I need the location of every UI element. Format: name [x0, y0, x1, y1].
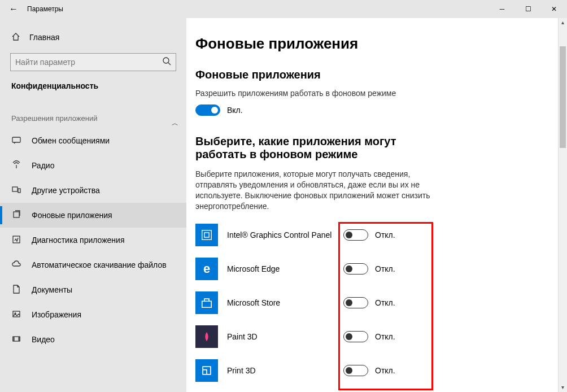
pictures-icon	[11, 310, 21, 320]
window-title: Параметры	[27, 5, 63, 13]
app-toggle-store[interactable]	[343, 297, 368, 308]
page-title: Фоновые приложения	[195, 35, 567, 53]
background-apps-icon	[11, 210, 21, 221]
app-toggle-label: Откл.	[375, 298, 395, 307]
app-toggle-intel-graphics[interactable]	[343, 229, 368, 241]
home-icon	[11, 32, 20, 43]
sidebar-item-messaging[interactable]: Обмен сообщениями	[0, 128, 186, 153]
app-row-store: Microsoft Store Откл.	[195, 286, 567, 320]
app-toggle-label: Откл.	[375, 332, 395, 341]
app-row-edge: e Microsoft Edge Откл.	[195, 252, 567, 286]
home-label: Главная	[29, 33, 59, 42]
category-title: Конфиденциальность	[0, 81, 186, 97]
video-icon	[11, 334, 21, 345]
cloud-download-icon	[11, 260, 21, 271]
sidebar-item-videos[interactable]: Видео	[0, 327, 186, 352]
maximize-button[interactable]: ☐	[515, 0, 541, 18]
sidebar-item-label: Автоматическое скачивание файлов	[32, 260, 167, 269]
diagnostics-icon	[11, 235, 21, 246]
radio-icon	[11, 160, 21, 171]
print3d-icon	[195, 359, 218, 382]
document-icon	[11, 285, 21, 295]
sidebar-item-label: Изображения	[32, 310, 81, 319]
sidebar-item-label: Обмен сообщениями	[32, 136, 110, 145]
app-row-print3d: Print 3D Откл.	[195, 354, 567, 387]
app-toggle-label: Откл.	[375, 264, 395, 273]
app-list: Intel® Graphics Control Panel Откл. e Mi…	[195, 218, 567, 387]
svg-rect-9	[202, 230, 212, 240]
app-toggle-paint3d[interactable]	[343, 331, 368, 342]
content-scrollbar[interactable]: ▴ ▾	[558, 18, 567, 392]
scroll-thumb[interactable]	[560, 46, 566, 148]
search-icon	[162, 56, 171, 68]
scroll-up-arrow-icon[interactable]: ▴	[559, 18, 567, 27]
devices-icon	[11, 185, 21, 196]
svg-point-0	[163, 58, 169, 63]
minimize-button[interactable]: ─	[489, 0, 515, 18]
sidebar-item-pictures[interactable]: Изображения	[0, 302, 186, 327]
back-button[interactable]: ←	[0, 4, 27, 14]
choose-apps-description: Выберите приложения, которые могут получ…	[195, 169, 433, 212]
edge-icon: e	[195, 258, 218, 280]
app-toggle-label: Откл.	[375, 230, 395, 239]
svg-rect-1	[12, 137, 20, 142]
sidebar-item-label: Видео	[32, 335, 55, 344]
section-label: Разрешения приложений	[0, 97, 186, 128]
sidebar-item-background-apps[interactable]: Фоновые приложения	[0, 203, 186, 228]
app-row-intel-graphics: Intel® Graphics Control Panel Откл.	[195, 218, 567, 252]
app-name: Microsoft Store	[227, 298, 343, 307]
intel-graphics-icon	[195, 224, 218, 246]
section-subtitle: Фоновые приложения	[195, 68, 567, 81]
allow-description: Разрешить приложениям работать в фоновом…	[195, 88, 433, 99]
app-toggle-print3d[interactable]	[343, 365, 368, 376]
choose-apps-title: Выберите, какие приложения могут работат…	[195, 135, 438, 161]
collapse-chevron-icon[interactable]: ︿	[172, 119, 178, 128]
sidebar-item-label: Другие устройства	[32, 186, 100, 195]
svg-rect-10	[204, 233, 209, 237]
svg-rect-3	[18, 189, 20, 193]
app-toggle-edge[interactable]	[343, 263, 368, 275]
sidebar: Главная Конфиденциальность ︿ Разрешения …	[0, 18, 186, 392]
sidebar-item-app-diagnostics[interactable]: Диагностика приложения	[0, 228, 186, 252]
sidebar-item-auto-downloads[interactable]: Автоматическое скачивание файлов	[0, 252, 186, 277]
title-bar: ← Параметры ─ ☐ ✕	[0, 0, 567, 18]
svg-rect-4	[14, 212, 19, 217]
app-toggle-label: Откл.	[375, 366, 395, 375]
master-toggle-label: Вкл.	[227, 106, 243, 115]
paint3d-icon	[195, 325, 218, 348]
search-input[interactable]	[10, 53, 176, 71]
app-name: Intel® Graphics Control Panel	[227, 230, 343, 239]
sidebar-item-label: Диагностика приложения	[32, 236, 124, 245]
search-field[interactable]	[15, 58, 162, 67]
sidebar-item-documents[interactable]: Документы	[0, 277, 186, 302]
master-toggle[interactable]	[195, 104, 220, 116]
close-button[interactable]: ✕	[541, 0, 567, 18]
app-row-paint3d: Paint 3D Откл.	[195, 320, 567, 354]
svg-rect-2	[12, 187, 18, 191]
sidebar-item-other-devices[interactable]: Другие устройства	[0, 178, 186, 203]
message-icon	[11, 136, 21, 146]
sidebar-item-label: Документы	[32, 285, 72, 294]
store-icon	[195, 291, 218, 314]
scroll-down-arrow-icon[interactable]: ▾	[559, 383, 567, 392]
sidebar-item-label: Фоновые приложения	[32, 211, 112, 220]
sidebar-item-radio[interactable]: Радио	[0, 153, 186, 178]
content-area: Фоновые приложения Фоновые приложения Ра…	[186, 18, 567, 392]
home-link[interactable]: Главная	[0, 27, 186, 47]
sidebar-item-label: Радио	[32, 161, 54, 170]
app-name: Microsoft Edge	[227, 264, 343, 273]
app-name: Print 3D	[227, 366, 343, 375]
app-name: Paint 3D	[227, 332, 343, 341]
